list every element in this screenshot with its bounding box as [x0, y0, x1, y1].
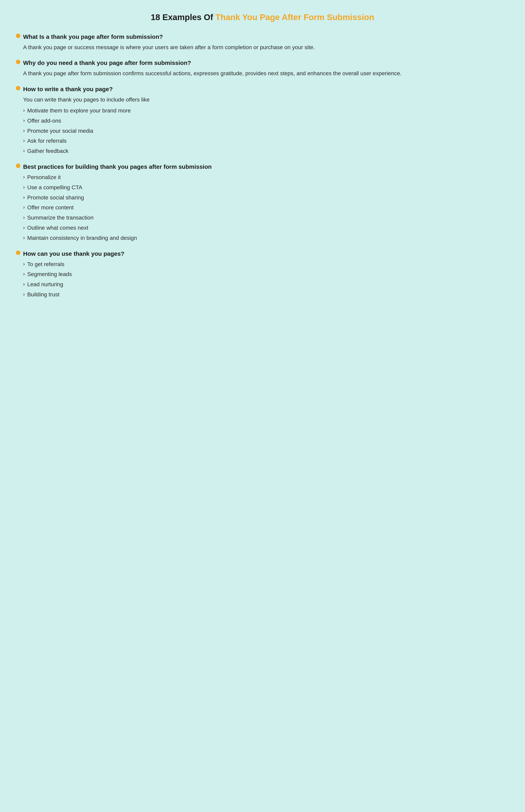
chevron-icon: › [23, 173, 25, 181]
section-heading-text: What Is a thank you page after form subm… [23, 33, 163, 41]
list-item-text: Ask for referrals [27, 137, 67, 145]
section-heading-text: How to write a thank you page? [23, 85, 113, 93]
list-item: ›Lead nurturing [23, 280, 509, 289]
list-item-text: Lead nurturing [27, 280, 63, 289]
chevron-icon: › [23, 137, 25, 145]
chevron-icon: › [23, 234, 25, 242]
list-item-text: Offer add-ons [27, 116, 61, 125]
section-why-need: Why do you need a thank you page after f… [16, 59, 509, 78]
list-item: ›Offer add-ons [23, 116, 509, 125]
bullet-dot [16, 34, 20, 38]
chevron-icon: › [23, 223, 25, 232]
bullet-dot [16, 251, 20, 255]
list-item-text: Outline what comes next [27, 223, 88, 232]
chevron-icon: › [23, 213, 25, 222]
chevron-icon: › [23, 147, 25, 155]
list-item-text: Promote your social media [27, 127, 93, 136]
list-item-text: Personalize it [27, 173, 61, 182]
list-item-text: Motivate them to explore your brand more [27, 106, 131, 115]
list-item: ›Building trust [23, 290, 509, 299]
chevron-icon: › [23, 203, 25, 212]
sub-list: ›Motivate them to explore your brand mor… [16, 106, 509, 156]
list-item-text: Building trust [27, 290, 60, 299]
list-item-text: Segmenting leads [27, 270, 72, 279]
chevron-icon: › [23, 280, 25, 288]
chevron-icon: › [23, 116, 25, 125]
section-heading-text: Best practices for building thank you pa… [23, 163, 212, 171]
chevron-icon: › [23, 260, 25, 268]
section-body-text: You can write thank you pages to include… [16, 95, 509, 104]
list-item-text: To get referrals [27, 260, 64, 269]
chevron-icon: › [23, 127, 25, 135]
sub-list: ›Personalize it›Use a compelling CTA›Pro… [16, 173, 509, 243]
chevron-icon: › [23, 193, 25, 202]
list-item-text: Offer more content [27, 203, 74, 212]
list-item: ›Use a compelling CTA [23, 183, 509, 192]
chevron-icon: › [23, 106, 25, 115]
list-item: ›Gather feedback [23, 147, 509, 156]
section-body-text: A thank you page or success message is w… [16, 43, 509, 52]
bullet-dot [16, 163, 20, 168]
section-body-text: A thank you page after form submission c… [16, 69, 509, 78]
sub-list: ›To get referrals›Segmenting leads›Lead … [16, 260, 509, 299]
list-item: ›Personalize it [23, 173, 509, 182]
chevron-icon: › [23, 290, 25, 298]
list-item: ›Segmenting leads [23, 270, 509, 279]
list-item-text: Maintain consistency in branding and des… [27, 234, 137, 243]
chevron-icon: › [23, 183, 25, 191]
list-item: ›Motivate them to explore your brand mor… [23, 106, 509, 115]
bullet-dot [16, 60, 20, 64]
list-item: ›Maintain consistency in branding and de… [23, 234, 509, 243]
list-item-text: Promote social sharing [27, 193, 84, 202]
section-what-is: What Is a thank you page after form subm… [16, 33, 509, 52]
list-item: ›Ask for referrals [23, 137, 509, 145]
list-item: ›Outline what comes next [23, 223, 509, 232]
list-item: ›Promote your social media [23, 127, 509, 136]
list-item: ›Promote social sharing [23, 193, 509, 202]
section-heading-text: Why do you need a thank you page after f… [23, 59, 191, 67]
list-item: ›Offer more content [23, 203, 509, 212]
chevron-icon: › [23, 270, 25, 278]
bullet-dot [16, 86, 20, 90]
section-how-can-use: How can you use thank you pages?›To get … [16, 250, 509, 299]
section-how-to-write: How to write a thank you page?You can wr… [16, 85, 509, 156]
list-item-text: Summarize the transaction [27, 213, 94, 222]
page-title: 18 Examples Of Thank You Page After Form… [16, 12, 509, 23]
list-item: ›To get referrals [23, 260, 509, 269]
list-item-text: Gather feedback [27, 147, 69, 156]
section-best-practices: Best practices for building thank you pa… [16, 163, 509, 243]
section-heading-text: How can you use thank you pages? [23, 250, 124, 257]
list-item: ›Summarize the transaction [23, 213, 509, 222]
list-item-text: Use a compelling CTA [27, 183, 82, 192]
